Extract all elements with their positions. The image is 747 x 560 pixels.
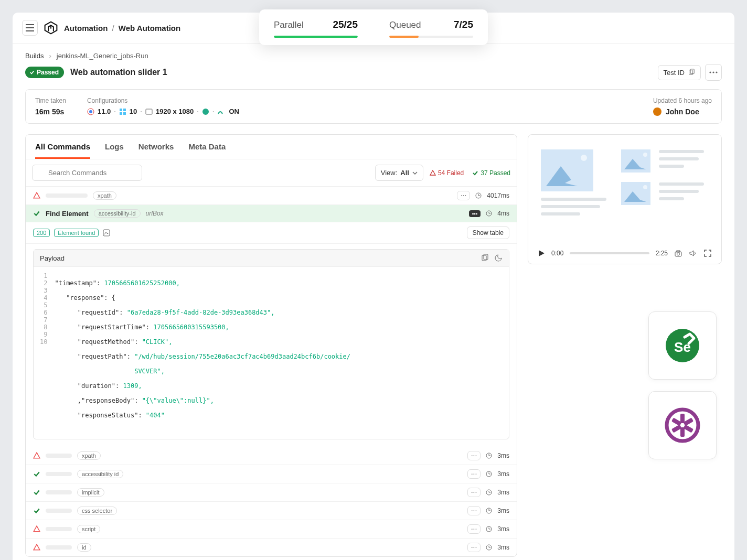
command-row[interactable]: xpath ··· 3ms xyxy=(26,447,517,465)
passed-count: 37 Passed xyxy=(472,169,510,177)
time-taken-value: 16m 59s xyxy=(35,107,66,116)
theme-icon[interactable] xyxy=(494,254,503,262)
clock-icon xyxy=(475,192,482,199)
volume-icon[interactable] xyxy=(689,249,697,257)
video-progress-bar[interactable] xyxy=(570,252,649,254)
test-id-button[interactable]: Test ID xyxy=(658,65,701,80)
chrome-icon xyxy=(87,108,94,115)
tool-card-asterisk xyxy=(648,391,717,459)
show-table-button[interactable]: Show table xyxy=(467,227,509,239)
fullscreen-icon[interactable] xyxy=(703,249,712,257)
signal-icon xyxy=(218,109,226,115)
updated-label: Updated 6 hours ago xyxy=(653,97,712,104)
preview-thumbnail-small xyxy=(621,149,650,173)
chevron-right-icon: › xyxy=(49,52,51,60)
line-numbers: 12345678910 xyxy=(40,272,47,434)
crumb-web-automation[interactable]: Web Automation xyxy=(119,24,180,33)
command-tag: accessibility id xyxy=(77,470,123,478)
command-row-selected[interactable]: Find Element accessibility-id urlBox ▪▪▪… xyxy=(26,205,517,222)
command-tag: xpath xyxy=(77,451,101,460)
command-time: 4017ms xyxy=(487,192,509,199)
test-info-strip: Time taken 16m 59s Configurations 11.0 ·… xyxy=(25,89,722,124)
top-breadcrumb: Automation / Web Automation xyxy=(64,24,180,33)
row-more-button[interactable]: ··· xyxy=(467,488,481,497)
warning-icon xyxy=(33,525,40,533)
svg-rect-41 xyxy=(671,418,682,426)
http-status-badge: 200 xyxy=(33,229,50,237)
row-more-button[interactable]: ··· xyxy=(467,451,481,460)
video-preview-card: 0:00 2:25 xyxy=(528,134,722,264)
view-filter-select[interactable]: View: All xyxy=(375,165,423,181)
command-time: 3ms xyxy=(497,489,509,496)
payload-toggle-button[interactable]: ▪▪▪ xyxy=(469,210,481,217)
selenium-icon: Se xyxy=(665,328,700,363)
warning-icon xyxy=(33,452,40,459)
clock-icon xyxy=(486,508,492,514)
tab-meta-data[interactable]: Meta Data xyxy=(188,142,226,159)
clock-icon xyxy=(486,544,492,551)
svg-rect-8 xyxy=(123,109,126,111)
command-name-placeholder xyxy=(46,509,72,513)
svg-rect-7 xyxy=(120,109,122,111)
command-locator: urlBox xyxy=(146,210,164,217)
breadcrumb-builds[interactable]: Builds xyxy=(25,52,44,60)
command-row[interactable]: implicit ··· 3ms xyxy=(26,483,517,502)
tab-all-commands[interactable]: All Commands xyxy=(35,142,90,159)
camera-icon[interactable] xyxy=(674,249,682,257)
row-more-button[interactable]: ··· xyxy=(467,506,481,515)
command-result-bar: 200 Element found Show table xyxy=(26,222,517,244)
clock-icon xyxy=(486,489,492,496)
svg-rect-37 xyxy=(680,414,685,423)
preview-thumbnail-small xyxy=(621,182,650,205)
menu-button[interactable] xyxy=(22,20,38,36)
svg-point-6 xyxy=(89,110,92,113)
status-badge-passed: Passed xyxy=(25,67,64,78)
feature-on: ON xyxy=(229,107,240,115)
check-icon xyxy=(33,489,40,496)
row-more-button[interactable]: ··· xyxy=(467,524,481,534)
row-more-button[interactable]: ··· xyxy=(457,191,471,200)
play-icon[interactable] xyxy=(538,250,545,257)
windows-icon xyxy=(119,108,126,115)
user-name: John Doe xyxy=(666,107,699,116)
search-input[interactable] xyxy=(32,165,142,181)
row-more-button[interactable]: ··· xyxy=(467,543,481,552)
config-label: Configurations xyxy=(87,97,239,104)
command-time: 3ms xyxy=(497,544,509,551)
stat-parallel-value: 25/25 xyxy=(333,19,358,30)
more-actions-button[interactable] xyxy=(705,64,722,81)
tab-logs[interactable]: Logs xyxy=(105,142,124,159)
command-row[interactable]: script ··· 3ms xyxy=(26,520,517,539)
check-icon xyxy=(29,70,35,75)
tool-card-selenium: Se xyxy=(648,311,717,380)
svg-point-3 xyxy=(712,71,714,73)
svg-text:Se: Se xyxy=(674,339,691,355)
command-time: 3ms xyxy=(497,525,509,533)
failed-count: 54 Failed xyxy=(430,169,464,177)
command-tag: xpath xyxy=(93,191,116,200)
svg-point-30 xyxy=(643,185,647,189)
payload-code: "timestamp": 1705665601625252000, "respo… xyxy=(55,272,350,434)
command-row[interactable]: id ··· 3ms xyxy=(26,539,517,556)
command-row[interactable]: xpath ··· 4017ms xyxy=(26,187,517,205)
svg-rect-42 xyxy=(683,425,693,433)
video-time-total: 2:25 xyxy=(656,250,668,257)
svg-rect-38 xyxy=(680,427,685,437)
product-logo xyxy=(44,21,58,35)
command-name-placeholder xyxy=(46,193,88,198)
svg-point-26 xyxy=(581,155,587,161)
check-icon xyxy=(33,470,40,478)
copy-icon[interactable] xyxy=(481,254,489,262)
command-tag: accessibility-id xyxy=(94,209,141,218)
command-row[interactable]: accessibility id ··· 3ms xyxy=(26,465,517,483)
screenshot-icon[interactable] xyxy=(103,229,110,236)
command-name: Find Element xyxy=(46,210,89,218)
row-more-button[interactable]: ··· xyxy=(467,469,481,479)
stat-parallel: Parallel 25/25 xyxy=(274,19,358,38)
svg-point-2 xyxy=(709,71,711,73)
command-time: 3ms xyxy=(497,452,509,459)
page-title: Web automation slider 1 xyxy=(70,68,167,77)
tab-networks[interactable]: Networks xyxy=(138,142,174,159)
crumb-automation[interactable]: Automation xyxy=(64,24,108,33)
command-row[interactable]: css selector ··· 3ms xyxy=(26,502,517,520)
